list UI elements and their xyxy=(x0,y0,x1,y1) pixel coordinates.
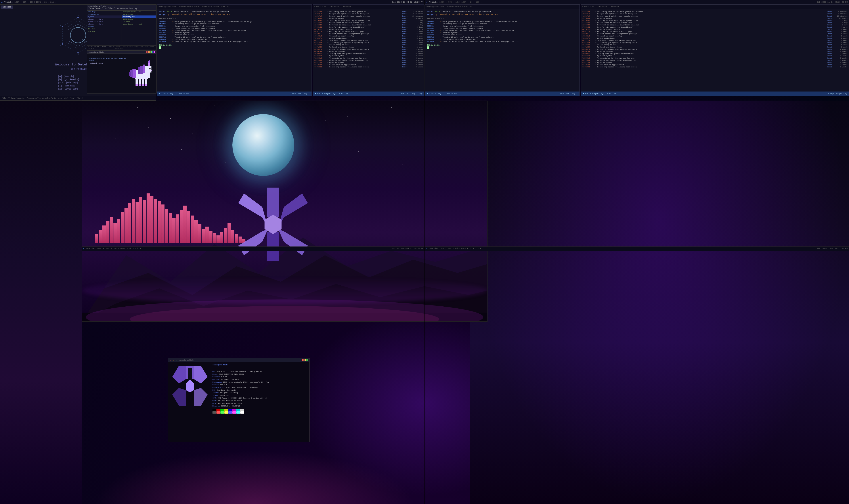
svg-rect-32 xyxy=(142,78,144,85)
log-row: 99f6636●Updated systemEmmet18 hours xyxy=(314,17,423,19)
file-entry[interactable]: system xyxy=(87,16,122,18)
file-entry-selected[interactable]: polarity.txt xyxy=(122,16,156,18)
svg-point-5 xyxy=(77,17,79,18)
svg-point-44 xyxy=(215,105,215,105)
taskbar-icon: ◆ xyxy=(1,1,2,3)
git-merge-key: Merge: xyxy=(159,14,166,16)
file-entry[interactable]: RE=.org xyxy=(87,30,122,33)
viz-bar xyxy=(132,199,135,243)
file-entry[interactable]: LICENSE xyxy=(122,20,156,23)
commit-row: ef0c50d ● Switching back to gh as screen… xyxy=(159,23,310,25)
svg-rect-26 xyxy=(138,67,140,74)
log-row-r: e1c7259●I finally got agenda + syncthing… xyxy=(582,41,847,43)
svg-point-47 xyxy=(347,116,347,116)
nf-host-row: Host: ASUS COMPUTER INC. G513U xyxy=(213,373,308,376)
file-entry[interactable]: README.org xyxy=(122,18,156,20)
nf-os-row: OS: NixOS 23.11.20231102.fa889ad (Tapir)… xyxy=(213,370,308,373)
viz-bar xyxy=(198,224,201,243)
commit-row-r: a2650d0● Reverted to original uwunicorn … xyxy=(427,40,578,42)
monitor-divider xyxy=(424,0,425,504)
file-entry[interactable]: ir-.nix xyxy=(87,28,122,30)
nf-theme-row: Theme: adw-gtk3 [GTK2/3] xyxy=(213,392,308,394)
viz-bar xyxy=(220,232,223,243)
file-entry[interactable]: background xyxy=(87,13,122,16)
color-block xyxy=(232,411,236,414)
viz-bar xyxy=(213,233,216,243)
svg-marker-86 xyxy=(238,194,268,228)
taskbar-datetime: Sat 2023-11-04 02:13:20 PM xyxy=(392,1,423,3)
log-row-r: 4a6efb9●Fixes recent qutebrowser update … xyxy=(582,15,847,17)
audio-visualizer xyxy=(93,192,248,243)
git-log-statusbar: ● 12k ▪ magit-log: .dotfiles 1:0 Top Mag… xyxy=(313,91,424,96)
log-statusbar-mode: magit-log: .dotfiles xyxy=(324,93,348,95)
svg-point-49 xyxy=(436,113,436,113)
file-entry[interactable]: uwwunicorn-yt.yaml xyxy=(122,23,156,25)
qute-subtitle: Tech Profile xyxy=(69,68,87,70)
git-head-val: main Fixed all screenshots to be on gh b… xyxy=(174,11,229,13)
file-entry[interactable]: f-lock xyxy=(87,25,122,28)
viz-bar xyxy=(99,230,102,243)
right-git-log-statusbar: ● 12k ▪ magit-log: .dotfiles 1:0 Top Mag… xyxy=(581,91,849,96)
emmet-snowflake-label: emmet@snowflake: /home/emmet/.dotfiles/t… xyxy=(159,6,229,8)
svg-point-46 xyxy=(303,109,303,110)
file-entry[interactable]: alacritty-dark xyxy=(87,23,122,25)
log-row-r: 99f6636●Updated systemEmmet18 hours xyxy=(582,17,847,19)
log-statusbar-label: Magit Log xyxy=(412,93,422,95)
statusbar-sep: ▪ xyxy=(167,93,168,95)
svg-marker-83 xyxy=(278,229,308,255)
git-commit-list: dee0888 ● main gitea/main gitlab/main gi… xyxy=(159,21,310,42)
svg-rect-34 xyxy=(136,84,138,86)
right-git-log-header: Commits in --branches --remotes xyxy=(581,5,849,9)
log-row-r: b00a070●Fixes for waybar and patched cus… xyxy=(582,48,847,50)
viz-bar xyxy=(180,210,183,243)
viz-bar xyxy=(121,212,124,243)
viz-bar xyxy=(113,223,117,243)
taskbar-top-left: ◆ Youtube 100% ▪ 59% ▪ 10k4 100% ▪ 1k ▪ … xyxy=(0,0,424,4)
log-row-r: 0b00149●Updated pyrlandEmmet2 weeks xyxy=(582,50,847,52)
file-entry[interactable]: alacritty-dark xyxy=(87,20,122,23)
pokemon-body: pokemon-colorscripts -n rapidash -f gala… xyxy=(87,54,156,93)
log-row-r: 490b716●Ranger dnd optimization + qb fil… xyxy=(582,13,847,15)
file-entry[interactable]: ald-hope xyxy=(87,11,122,13)
svg-rect-19 xyxy=(148,72,150,78)
taskbar-bottom-left: ◆ Youtube 100% ▪ 59% ▪ 10k4 100% ▪ 1k ▪ … xyxy=(82,247,424,251)
r-taskbar-time: Sat 2023-11-04 02:13:20 PM xyxy=(817,1,848,3)
nf-icons-row: Icons: alacritty xyxy=(213,394,308,397)
nix-logo-large xyxy=(234,186,312,263)
log-row-r: df4eeeb●3d printing is coolEmmet1 week xyxy=(582,44,847,46)
nf-shell-row: Shell: zsh 5.9 xyxy=(213,383,308,386)
log-row-r: d37370b●Fixes youtube hyprprofileEmmet3 … xyxy=(582,64,847,66)
file-entry[interactable]: background1.txt xyxy=(122,13,156,16)
svg-rect-27 xyxy=(132,69,136,78)
log-row: e4fe553●Updated uwunicorn theme wallpape… xyxy=(314,59,423,61)
viz-bar xyxy=(143,200,146,243)
nf-gpu1-row: GPU: AMD ATI Radeon RX 6800M xyxy=(213,399,308,402)
git-recent-title: Recent commits xyxy=(159,17,310,20)
commit-row: 2774c0c ● Extra lines to ensure flakes w… xyxy=(159,38,310,40)
file-entry[interactable]: alacritty-dark xyxy=(87,18,122,20)
svg-rect-40 xyxy=(151,70,152,71)
nf-username: emmet@snowflake xyxy=(213,364,308,366)
svg-point-66 xyxy=(402,165,403,165)
log-statusbar-count: 12k xyxy=(317,93,320,95)
svg-point-14 xyxy=(78,54,78,55)
right-git-log-content: f3a7c20●Switching back to gh/main github… xyxy=(581,9,849,91)
statusbar-mode: magit: .dotfiles xyxy=(169,93,188,95)
commit-row-r: a950d60● Removed some bloat xyxy=(427,34,578,36)
svg-rect-35 xyxy=(139,84,141,86)
git-head-row: Head: main main Fixed all screenshots to… xyxy=(159,11,310,13)
right-git-content: Head: main Fixed all screenshots to be o… xyxy=(425,9,579,91)
file-entry[interactable]: background256.txt xyxy=(122,11,156,13)
nf-uptime-row: Uptime: 39 hours, 40 mins xyxy=(213,378,308,381)
log-row: b00a070●Fixes for waybar and patched cus… xyxy=(314,48,423,50)
commit-row-r: 2774c0c● Extra lines to ensure flakes wo… xyxy=(427,38,578,40)
svg-rect-30 xyxy=(136,78,138,85)
tab-tech-profile[interactable]: Youtube xyxy=(1,5,13,8)
git-log-panel: Commits in --branches --remotes f3a7c20●… xyxy=(313,4,424,96)
viz-bar xyxy=(150,196,153,243)
log-statusbar-right: 1:0 Top xyxy=(401,93,409,95)
log-row: df4eeeb●3d printing is coolEmmet1 week xyxy=(314,44,423,46)
color-block xyxy=(240,409,244,411)
svg-marker-74 xyxy=(172,366,186,383)
todo-line: TODOs (14)… xyxy=(159,44,310,47)
